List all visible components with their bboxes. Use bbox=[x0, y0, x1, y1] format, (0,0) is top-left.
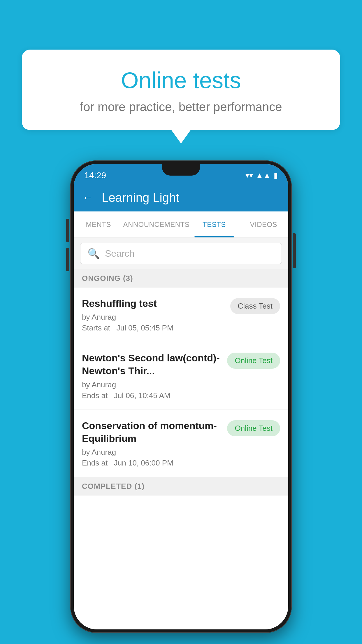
search-container: 🔍 Search bbox=[74, 238, 288, 269]
completed-section-header: COMPLETED (1) bbox=[74, 477, 288, 496]
test-item-3[interactable]: Conservation of momentum-Equilibrium by … bbox=[74, 410, 288, 477]
test-name-1: Reshuffling test bbox=[82, 297, 224, 310]
tabs-bar: MENTS ANNOUNCEMENTS TESTS VIDEOS bbox=[74, 211, 288, 238]
search-icon: 🔍 bbox=[87, 248, 100, 259]
promo-title: Online tests bbox=[36, 67, 326, 94]
date-value-2: Jul 06, 10:45 AM bbox=[114, 391, 171, 400]
test-date-1: Starts at Jul 05, 05:45 PM bbox=[82, 323, 224, 332]
wifi-icon: ▾▾ bbox=[245, 171, 253, 180]
signal-icon: ▲▲ bbox=[256, 171, 271, 180]
test-author-3: by Anurag bbox=[82, 448, 221, 457]
test-date-2: Ends at Jul 06, 10:45 AM bbox=[82, 391, 221, 400]
tab-tests[interactable]: TESTS bbox=[189, 211, 239, 237]
volume-down-button bbox=[66, 248, 69, 271]
test-author-1: by Anurag bbox=[82, 313, 224, 322]
test-info-3: Conservation of momentum-Equilibrium by … bbox=[82, 419, 221, 468]
power-button bbox=[293, 233, 296, 268]
test-badge-1: Class Test bbox=[230, 298, 280, 314]
test-info-1: Reshuffling test by Anurag Starts at Jul… bbox=[82, 297, 224, 332]
test-name-2: Newton's Second law(contd)-Newton's Thir… bbox=[82, 351, 221, 377]
tab-videos[interactable]: VIDEOS bbox=[239, 211, 288, 237]
tab-ments[interactable]: MENTS bbox=[74, 211, 123, 237]
app-header: ← Learning Light bbox=[74, 184, 288, 211]
test-author-2: by Anurag bbox=[82, 380, 221, 389]
test-item-2[interactable]: Newton's Second law(contd)-Newton's Thir… bbox=[74, 342, 288, 410]
date-label-2: Ends at bbox=[82, 391, 108, 400]
search-bar[interactable]: 🔍 Search bbox=[80, 243, 282, 264]
test-badge-2: Online Test bbox=[227, 353, 280, 369]
ongoing-section-header: ONGOING (3) bbox=[74, 269, 288, 288]
date-label-1: Starts at bbox=[82, 323, 110, 332]
phone-notch bbox=[162, 164, 200, 176]
volume-up-button bbox=[66, 219, 69, 242]
date-label-3: Ends at bbox=[82, 459, 108, 467]
promo-subtitle: for more practice, better performance bbox=[36, 100, 326, 114]
test-name-3: Conservation of momentum-Equilibrium bbox=[82, 419, 221, 445]
back-button[interactable]: ← bbox=[82, 191, 94, 204]
battery-icon: ▮ bbox=[274, 171, 278, 180]
app-title: Learning Light bbox=[102, 191, 179, 205]
test-badge-3: Online Test bbox=[227, 420, 280, 436]
date-value-3: Jun 10, 06:00 PM bbox=[114, 459, 173, 467]
status-time: 14:29 bbox=[84, 170, 106, 180]
date-value-1: Jul 05, 05:45 PM bbox=[117, 323, 173, 332]
phone-mockup: 14:29 ▾▾ ▲▲ ▮ ← Learning Light MENTS ANN… bbox=[70, 160, 292, 633]
test-date-3: Ends at Jun 10, 06:00 PM bbox=[82, 459, 221, 468]
status-icons: ▾▾ ▲▲ ▮ bbox=[245, 171, 278, 180]
test-item-1[interactable]: Reshuffling test by Anurag Starts at Jul… bbox=[74, 288, 288, 342]
promo-card: Online tests for more practice, better p… bbox=[22, 50, 340, 130]
tab-announcements[interactable]: ANNOUNCEMENTS bbox=[123, 211, 189, 237]
test-info-2: Newton's Second law(contd)-Newton's Thir… bbox=[82, 351, 221, 400]
search-placeholder: Search bbox=[105, 248, 134, 259]
